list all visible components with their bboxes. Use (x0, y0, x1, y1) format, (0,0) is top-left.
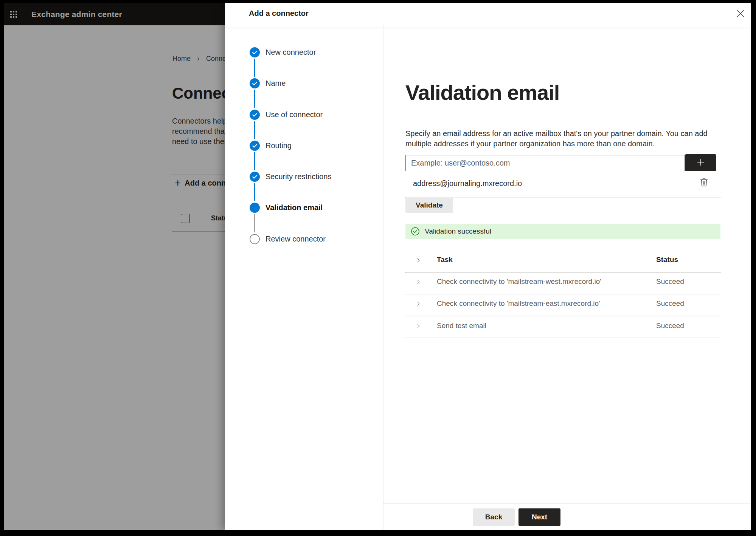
task-column-header[interactable]: Task (437, 256, 453, 264)
table-header-divider (405, 272, 721, 273)
step-label-new-connector[interactable]: New connector (265, 47, 316, 57)
step-label-name[interactable]: Name (265, 78, 286, 88)
row-expand-chevron-icon[interactable] (415, 279, 422, 285)
next-button[interactable]: Next (518, 508, 560, 526)
status-cell: Succeed (656, 277, 684, 286)
task-cell: Check connectivity to 'mailstream-east.m… (437, 299, 600, 308)
status-cell: Succeed (656, 299, 684, 308)
add-address-button[interactable] (685, 154, 716, 171)
step-connector-line (254, 121, 255, 139)
table-row-divider (405, 294, 721, 294)
panel-title: Add a connector (249, 9, 309, 18)
footer-divider (383, 503, 751, 504)
step-check-icon[interactable] (250, 172, 260, 182)
validate-button[interactable]: Validate (405, 198, 453, 213)
status-column-header[interactable]: Status (656, 256, 678, 264)
expand-all-chevron-icon[interactable] (415, 257, 422, 263)
delete-address-icon[interactable] (699, 177, 709, 187)
panel-header-divider (225, 28, 751, 28)
task-cell: Send test email (437, 322, 486, 330)
add-connector-panel: Add a connector New connector Name Use o… (225, 3, 751, 530)
banner-text: Validation successful (425, 224, 491, 239)
step-current-dot[interactable] (250, 203, 260, 213)
step-label-validation-email[interactable]: Validation email (265, 203, 323, 213)
step-check-icon[interactable] (250, 47, 260, 57)
step-todo-dot[interactable] (250, 234, 260, 244)
step-connector-line (254, 59, 255, 77)
app-window: Exchange admin center Home Recipients Ma… (4, 3, 751, 530)
page-heading: Validation email (405, 80, 559, 105)
step-connector-line (254, 214, 255, 232)
success-check-icon (411, 227, 420, 236)
step-label-use-of-connector[interactable]: Use of connector (265, 110, 323, 120)
screenshot-frame: Exchange admin center Home Recipients Ma… (0, 0, 756, 536)
page-description: Specify an email address for an active m… (405, 129, 708, 149)
table-row-divider (405, 338, 721, 338)
step-label-review-connector[interactable]: Review connector (265, 234, 326, 244)
step-connector-line (254, 183, 255, 201)
added-email-address: address@journaling.mxrecord.io (413, 179, 522, 188)
step-label-security-restrictions[interactable]: Security restrictions (265, 172, 332, 182)
row-expand-chevron-icon[interactable] (415, 301, 422, 307)
back-button[interactable]: Back (473, 508, 515, 526)
step-label-routing[interactable]: Routing (265, 141, 292, 151)
validation-success-banner: Validation successful (405, 224, 720, 239)
step-connector-line (254, 152, 255, 170)
email-address-input[interactable] (405, 155, 685, 171)
step-check-icon[interactable] (250, 141, 260, 151)
step-check-icon[interactable] (250, 78, 260, 88)
task-cell: Check connectivity to 'mailstream-west.m… (437, 277, 601, 286)
row-expand-chevron-icon[interactable] (415, 323, 422, 329)
step-check-icon[interactable] (250, 110, 260, 120)
status-cell: Succeed (656, 322, 684, 330)
table-row-divider (405, 316, 721, 316)
stepper-content-divider (383, 25, 384, 530)
close-icon[interactable] (735, 8, 746, 19)
step-connector-line (254, 90, 255, 108)
